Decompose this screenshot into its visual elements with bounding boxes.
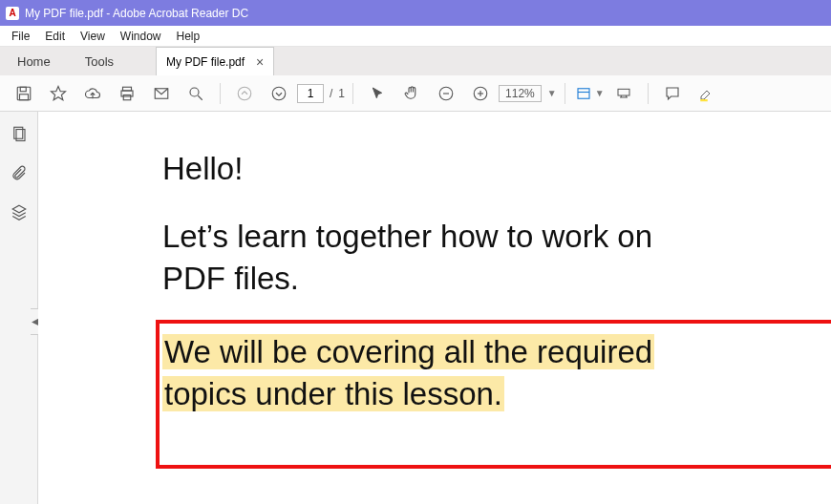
toolbar: / 1 112% ▼ ▼ [0, 75, 831, 112]
svg-rect-2 [20, 94, 29, 99]
zoom-value: 112% [499, 85, 542, 102]
tab-close-icon[interactable]: × [256, 54, 264, 70]
main-area: ◀ Hello! Let’s learn together how to wor… [0, 112, 831, 504]
svg-point-11 [272, 87, 286, 100]
svg-rect-18 [618, 89, 629, 95]
thumbnails-icon[interactable] [11, 125, 28, 145]
menu-view[interactable]: View [73, 28, 113, 45]
chevron-down-icon: ▼ [595, 88, 605, 98]
print-icon[interactable] [111, 79, 143, 108]
chevron-down-icon: ▼ [547, 88, 557, 98]
highlight-icon[interactable] [691, 79, 723, 108]
page-down-icon[interactable] [263, 79, 295, 108]
menu-edit[interactable]: Edit [37, 28, 73, 45]
window-title: My PDF file.pdf - Adobe Acrobat Reader D… [25, 7, 248, 20]
svg-rect-17 [578, 88, 589, 98]
page-separator: / [330, 87, 332, 100]
svg-rect-6 [123, 94, 131, 99]
tab-tools[interactable]: Tools [68, 47, 131, 75]
doc-paragraph-1: Hello! [162, 148, 812, 191]
comment-icon[interactable] [656, 79, 689, 108]
separator [648, 83, 649, 104]
svg-point-8 [190, 88, 199, 96]
document-page[interactable]: Hello! Let’s learn together how to work … [38, 112, 831, 504]
separator [565, 83, 565, 104]
page-total: 1 [338, 87, 345, 100]
attachments-icon[interactable] [11, 164, 28, 184]
menu-help[interactable]: Help [169, 28, 208, 45]
menu-file[interactable]: File [4, 28, 37, 45]
layers-icon[interactable] [11, 203, 28, 223]
zoom-in-icon[interactable] [464, 79, 497, 108]
pointer-icon[interactable] [361, 79, 394, 108]
menu-window[interactable]: Window [113, 28, 169, 45]
page-indicator: / 1 [297, 84, 345, 103]
tabbar: Home Tools My PDF file.pdf × [0, 47, 831, 75]
titlebar: A My PDF file.pdf - Adobe Acrobat Reader… [0, 0, 831, 26]
zoom-value-dropdown[interactable]: 112% ▼ [499, 85, 557, 102]
find-icon[interactable] [180, 79, 212, 108]
doc-paragraph-2: Let’s learn together how to work on PDF … [162, 216, 812, 301]
annotation-rectangle [156, 320, 831, 469]
hand-icon[interactable] [395, 79, 428, 108]
svg-marker-3 [52, 86, 66, 99]
save-icon[interactable] [8, 79, 40, 108]
fit-width-icon[interactable]: ▼ [573, 79, 606, 108]
zoom-out-icon[interactable] [430, 79, 462, 108]
svg-rect-1 [20, 87, 26, 92]
menubar: File Edit View Window Help [0, 26, 831, 47]
left-panel: ◀ [0, 112, 38, 504]
svg-point-10 [238, 87, 251, 100]
page-up-icon[interactable] [228, 79, 261, 108]
tab-home[interactable]: Home [0, 47, 68, 75]
separator [220, 83, 221, 104]
tab-document[interactable]: My PDF file.pdf × [156, 47, 274, 75]
svg-line-9 [198, 95, 202, 100]
tab-document-label: My PDF file.pdf [166, 55, 245, 69]
cloud-upload-icon[interactable] [76, 79, 109, 108]
page-current-input[interactable] [297, 84, 324, 103]
read-mode-icon[interactable] [607, 79, 640, 108]
separator [352, 83, 353, 104]
app-icon: A [6, 7, 19, 20]
mail-icon[interactable] [145, 79, 178, 108]
star-icon[interactable] [42, 79, 75, 108]
